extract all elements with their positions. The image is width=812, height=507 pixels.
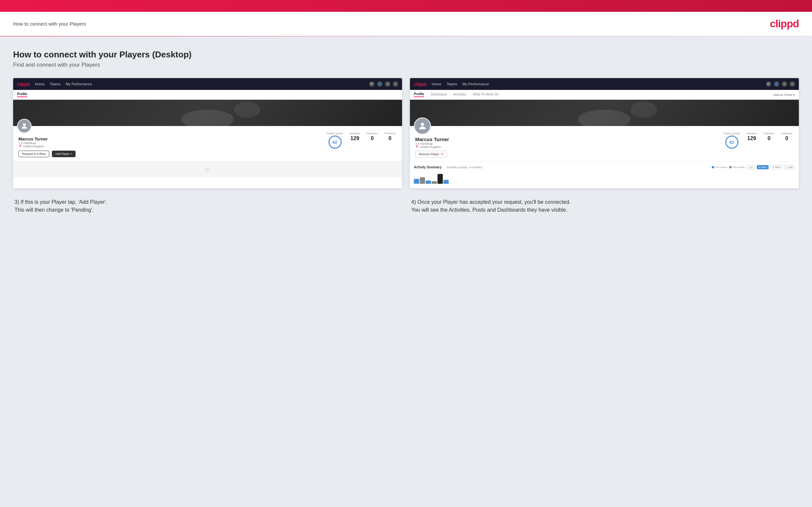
right-chart-area [414, 172, 795, 185]
request-to-follow-button[interactable]: Request to Follow [18, 151, 49, 157]
page-title: How to connect with your Players (Deskto… [13, 50, 799, 60]
right-activity-summary: Activity Summary Monthly Activity - 6 Mo… [410, 161, 799, 188]
screenshot-left: clippd Home Teams My Performance 🔍 👤 ⚙ ●… [13, 78, 402, 188]
period-1yr-button[interactable]: 1 yr [747, 165, 755, 169]
period-6mths-button[interactable]: 6 mths [757, 165, 769, 169]
right-activities-label: Activities [746, 132, 757, 135]
oncourse-dot [712, 166, 714, 168]
right-stat-quality: Player Quality 92 [724, 132, 740, 149]
remove-player-button[interactable]: Remove Player ✕ [415, 151, 447, 158]
right-nav-teams[interactable]: Teams [447, 82, 457, 86]
left-quality-label: Player Quality [327, 132, 343, 135]
left-avatar [17, 119, 32, 133]
chart-bar-6 [444, 180, 449, 184]
header: How to connect with your Players clippd [0, 12, 812, 36]
main-content: How to connect with your Players (Deskto… [0, 37, 812, 504]
scissors-icon: ✂ [205, 166, 211, 174]
right-stat-following: Following 0 [781, 132, 792, 149]
right-tab-activities[interactable]: Activities [453, 93, 466, 97]
description-right: 4) Once your Player has accepted your re… [410, 198, 799, 214]
left-followers-value: 0 [367, 135, 378, 142]
right-tabbar: Profile Dashboard Activities What To Wor… [410, 90, 799, 100]
right-banner [410, 100, 799, 126]
location-pin-icon: 📍 [18, 145, 22, 148]
right-tab-what-to-work-on[interactable]: What To Work On [473, 93, 499, 97]
description-right-text: 4) Once your Player has accepted your re… [411, 198, 798, 214]
top-bar [0, 0, 812, 12]
right-user-icon[interactable]: 👤 [774, 81, 779, 87]
left-following-label: Following [384, 132, 396, 135]
left-stats: Player Quality 92 Activities 129 Followe… [327, 132, 396, 149]
right-stats: Player Quality 92 Activities 129 Followe… [724, 132, 792, 149]
left-buttons: Request to Follow Add Player + [18, 151, 75, 157]
right-tab-player-name[interactable]: Marcus Turner ▾ [773, 93, 795, 97]
right-tab-profile[interactable]: Profile [414, 92, 424, 97]
offcourse-dot [729, 166, 731, 168]
right-activity-period: Monthly Activity - 6 Months [447, 166, 482, 169]
left-avatar-icon[interactable]: ● [393, 81, 398, 87]
left-bottom-placeholder: ✂ [13, 161, 402, 177]
right-activity-controls: On course Off course 1 yr 6 mths 3 mths … [712, 165, 795, 169]
left-settings-icon[interactable]: ⚙ [385, 81, 390, 87]
right-settings-icon[interactable]: ⚙ [782, 81, 787, 87]
left-search-icon[interactable]: 🔍 [369, 81, 374, 87]
left-tab-profile[interactable]: Profile [17, 92, 27, 97]
descriptions-row: 3) If this is your Player tap, 'Add Play… [13, 198, 799, 214]
right-player-location: 📍 United Kingdom [415, 146, 449, 149]
chart-bar-2 [420, 177, 425, 184]
left-stat-quality: Player Quality 92 [327, 132, 343, 149]
left-profile-area: Marcus Turner 1-5 Handicap 📍 United King… [13, 126, 402, 161]
right-nav-myperformance[interactable]: My Performance [462, 82, 489, 86]
left-tabbar: Profile [13, 90, 402, 100]
left-followers-label: Followers [367, 132, 378, 135]
chart-bar-4 [432, 181, 437, 184]
right-avatar-icon[interactable]: ● [790, 81, 795, 87]
left-nav-icons: 🔍 👤 ⚙ ● [369, 81, 398, 87]
right-stat-followers: Followers 0 [763, 132, 774, 149]
chart-bar-3 [426, 180, 431, 184]
add-player-button[interactable]: Add Player + [52, 151, 75, 157]
right-activity-title: Activity Summary [414, 165, 442, 169]
left-following-value: 0 [384, 135, 396, 142]
right-profile-info: Marcus Turner 1-5 Handicap 📍 United King… [415, 136, 449, 158]
svg-point-1 [421, 123, 424, 126]
right-legend-oncourse: On course [712, 166, 727, 169]
description-left: 3) If this is your Player tap, 'Add Play… [13, 198, 402, 214]
header-logo: clippd [770, 18, 799, 30]
left-banner [13, 100, 402, 126]
left-nav-home[interactable]: Home [35, 82, 44, 86]
screenshot-right: clippd Home Teams My Performance 🔍 👤 ⚙ ●… [410, 78, 799, 188]
period-1mth-button[interactable]: 1 mth [784, 165, 795, 169]
left-nav-myperformance[interactable]: My Performance [66, 82, 92, 86]
offcourse-label: Off course [732, 166, 745, 169]
right-stat-activities: Activities 129 [746, 132, 757, 149]
left-player-location: 📍 United Kingdom [18, 145, 75, 148]
chart-bar-5 [438, 174, 443, 184]
right-search-icon[interactable]: 🔍 [766, 81, 771, 87]
left-profile-info: Marcus Turner 1-5 Handicap 📍 United King… [18, 136, 75, 157]
left-activities-label: Activities [350, 132, 360, 135]
header-title: How to connect with your Players [13, 21, 86, 26]
footer: Copyright Clippd 2022 [0, 504, 812, 507]
remove-player-x-icon: ✕ [441, 152, 444, 156]
right-profile-area: Marcus Turner 1-5 Handicap 📍 United King… [410, 126, 799, 161]
left-user-icon[interactable]: 👤 [377, 81, 383, 87]
right-followers-label: Followers [763, 132, 774, 135]
left-player-handicap: 1-5 Handicap [18, 142, 75, 145]
chart-bar-1 [414, 179, 419, 184]
right-followers-value: 0 [763, 135, 774, 142]
left-navbar: clippd Home Teams My Performance 🔍 👤 ⚙ ● [13, 78, 402, 90]
right-tab-dashboard[interactable]: Dashboard [430, 93, 447, 97]
right-quality-label: Player Quality [724, 132, 740, 135]
page-subtitle: Find and connect with your Players [13, 62, 799, 68]
right-nav-home[interactable]: Home [432, 82, 441, 86]
left-quality-circle: 92 [328, 135, 342, 149]
period-3mths-button[interactable]: 3 mths [771, 165, 782, 169]
right-activity-header: Activity Summary Monthly Activity - 6 Mo… [414, 165, 795, 169]
left-activities-value: 129 [350, 135, 360, 142]
description-left-text: 3) If this is your Player tap, 'Add Play… [14, 198, 401, 214]
left-stat-activities: Activities 129 [350, 132, 360, 149]
left-nav-teams[interactable]: Teams [50, 82, 60, 86]
right-navbar: clippd Home Teams My Performance 🔍 👤 ⚙ ● [410, 78, 799, 90]
left-stat-following: Following 0 [384, 132, 396, 149]
